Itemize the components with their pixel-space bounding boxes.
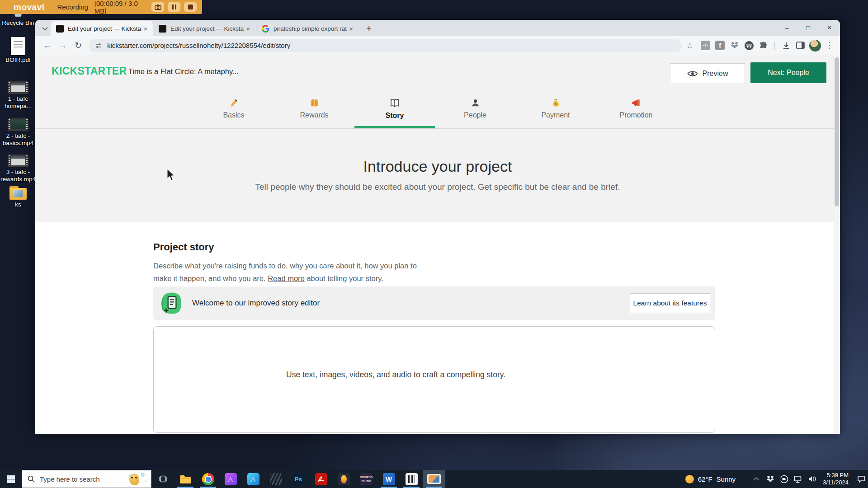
story-book-icon bbox=[390, 98, 400, 108]
desktop-icon-video-3[interactable]: 3 - tiafc - rewards.mp4 bbox=[0, 155, 36, 183]
taskbar-search[interactable] bbox=[22, 470, 151, 488]
tab-promotion[interactable]: Promotion bbox=[596, 89, 676, 128]
photoshop-icon: Ps bbox=[292, 473, 305, 485]
tab-label: Basics bbox=[223, 111, 244, 119]
close-tab-icon[interactable]: × bbox=[142, 24, 150, 33]
close-tab-icon[interactable]: × bbox=[244, 24, 252, 33]
camera-icon bbox=[155, 4, 161, 10]
taskbar-app-word[interactable]: W bbox=[377, 470, 400, 488]
downloads-button[interactable] bbox=[780, 39, 792, 52]
extensions-puzzle-icon[interactable] bbox=[757, 39, 769, 52]
taskbar-app-amazon-music[interactable]: amazon music bbox=[355, 470, 377, 488]
avatar bbox=[809, 40, 821, 52]
browser-tab-3[interactable]: pirateship simple export rate - × bbox=[256, 21, 359, 36]
taskbar-clock[interactable]: 5:39 PM 3/11/2024 bbox=[823, 472, 849, 486]
task-view-button[interactable] bbox=[151, 470, 174, 488]
stop-icon bbox=[188, 5, 193, 9]
story-editor-area[interactable]: Use text, images, videos, and audio to c… bbox=[153, 326, 715, 433]
amazon-music-icon: amazon music bbox=[360, 473, 373, 485]
scrollbar-thumb[interactable] bbox=[835, 57, 839, 206]
back-to-project-link[interactable]: ← Time is a Flat Circle: A metaphy... bbox=[119, 67, 239, 76]
project-story-heading: Project story bbox=[153, 241, 214, 253]
maximize-button[interactable]: □ bbox=[797, 20, 819, 35]
pause-button[interactable] bbox=[168, 2, 180, 12]
windows-logo-icon bbox=[7, 475, 15, 483]
browser-menu-button[interactable]: ⋮ bbox=[823, 39, 835, 52]
video-file-icon bbox=[8, 81, 28, 94]
tray-meet-now[interactable] bbox=[777, 470, 791, 488]
video-file-icon bbox=[8, 155, 28, 167]
search-highlight-character bbox=[129, 474, 139, 485]
side-panel-button[interactable] bbox=[794, 39, 807, 52]
tab-story[interactable]: Story bbox=[354, 89, 435, 128]
close-tab-icon[interactable]: × bbox=[347, 24, 355, 33]
taskbar-app-affinity-photo[interactable]: △ bbox=[219, 470, 242, 488]
taskbar-app-notes[interactable] bbox=[400, 470, 423, 488]
forward-button[interactable]: → bbox=[55, 38, 71, 53]
tray-expand-button[interactable] bbox=[749, 470, 763, 488]
tab-search-button[interactable] bbox=[39, 21, 51, 36]
speaker-icon bbox=[808, 475, 817, 483]
kickstarter-logo[interactable]: KICKSTARTER bbox=[52, 65, 127, 77]
taskbar-app-affinity-designer[interactable]: △ bbox=[242, 470, 264, 488]
screenshot-button[interactable] bbox=[151, 2, 164, 12]
browser-tab-2[interactable]: Edit your project — Kickstarter × bbox=[153, 21, 256, 36]
tray-network[interactable] bbox=[791, 470, 805, 488]
profile-avatar[interactable] bbox=[809, 39, 821, 52]
file-explorer-icon bbox=[179, 474, 192, 484]
stop-button[interactable] bbox=[184, 2, 197, 12]
tab-label: Story bbox=[386, 112, 404, 120]
tab-people[interactable]: People bbox=[435, 89, 515, 128]
browser-tab-active[interactable]: Edit your project — Kickstarter × bbox=[51, 21, 153, 36]
desktop-icon-ks-folder[interactable]: ks bbox=[0, 186, 36, 208]
taskbar-app-movavi-recorder[interactable] bbox=[423, 470, 445, 488]
privacy-extension-icon[interactable] bbox=[743, 39, 755, 52]
story-editor-icon bbox=[160, 291, 182, 315]
weather-widget[interactable]: 62°F Sunny bbox=[685, 475, 736, 483]
banner-text: Welcome to our improved story editor bbox=[192, 299, 320, 308]
tab-label: Promotion bbox=[620, 111, 653, 119]
taskbar-app-egg[interactable] bbox=[332, 470, 355, 488]
tab-label: Rewards bbox=[300, 111, 328, 119]
desktop-icon-label: 2 - tiafc - basics.mp4 bbox=[3, 132, 33, 147]
address-bar[interactable]: kickstarter.com/projects/russellnohelty/… bbox=[89, 39, 682, 52]
preview-button[interactable]: Preview bbox=[670, 63, 745, 84]
recording-counter: [00:00:09 / 3.0 MB] bbox=[94, 0, 151, 15]
back-button[interactable]: ← bbox=[40, 38, 55, 53]
code-extension-icon[interactable]: </> bbox=[699, 39, 712, 52]
tray-dropbox[interactable] bbox=[763, 470, 777, 488]
taskbar-app-photoshop[interactable]: Ps bbox=[287, 470, 310, 488]
learn-features-button[interactable]: Learn about its features bbox=[630, 293, 710, 313]
dropbox-extension-icon[interactable] bbox=[728, 39, 741, 52]
taskbar-app-acrobat[interactable] bbox=[310, 470, 332, 488]
desktop-icon-boir-pdf[interactable]: BOIR.pdf bbox=[0, 37, 36, 64]
desktop-icon-video-1[interactable]: 1 - tiafc homepa... bbox=[0, 81, 36, 110]
tab-basics[interactable]: Basics bbox=[193, 89, 274, 128]
taskbar-app-file-explorer[interactable] bbox=[174, 470, 197, 488]
read-more-link[interactable]: Read more bbox=[268, 274, 305, 282]
close-window-button[interactable]: × bbox=[819, 20, 840, 35]
search-icon bbox=[28, 475, 35, 483]
facebook-extension-icon[interactable]: f bbox=[714, 39, 726, 52]
tab-rewards[interactable]: Rewards bbox=[274, 89, 354, 128]
bookmark-star-icon[interactable]: ☆ bbox=[686, 41, 693, 51]
minimize-button[interactable]: – bbox=[776, 20, 797, 35]
next-people-button[interactable]: Next: People bbox=[750, 62, 826, 83]
reload-button[interactable]: ↻ bbox=[71, 38, 86, 53]
taskbar-app-affinity-publisher[interactable] bbox=[264, 470, 287, 488]
new-tab-button[interactable]: + bbox=[363, 22, 375, 35]
tab-strip: Edit your project — Kickstarter × Edit y… bbox=[35, 20, 840, 36]
page-scrollbar[interactable] bbox=[834, 55, 840, 434]
tab-payment[interactable]: $ Payment bbox=[515, 89, 596, 128]
weather-condition: Sunny bbox=[717, 475, 736, 483]
start-button[interactable] bbox=[0, 470, 22, 488]
site-info-icon[interactable] bbox=[95, 42, 102, 49]
taskbar-app-chrome[interactable] bbox=[197, 470, 219, 488]
people-icon bbox=[471, 98, 480, 108]
desktop-icon-video-2[interactable]: 2 - tiafc - basics.mp4 bbox=[0, 118, 36, 147]
tray-volume[interactable] bbox=[805, 470, 819, 488]
notes-app-icon bbox=[406, 473, 418, 485]
puzzle-icon bbox=[759, 41, 768, 50]
action-center-button[interactable] bbox=[854, 470, 868, 488]
pause-icon bbox=[172, 5, 176, 9]
